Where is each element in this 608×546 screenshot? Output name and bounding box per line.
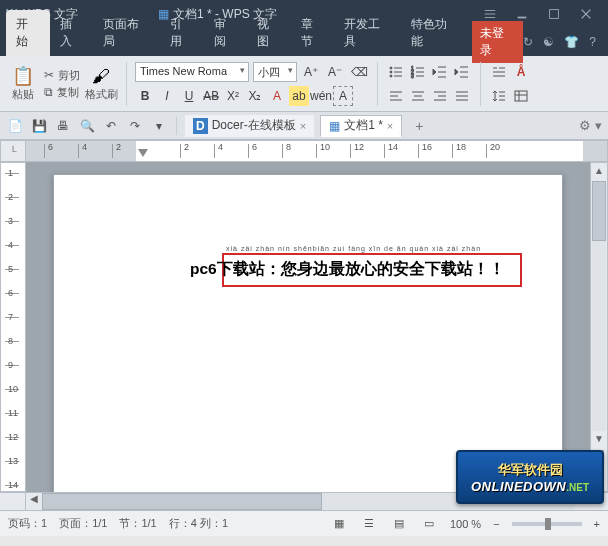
- font-color-button[interactable]: A: [267, 86, 287, 106]
- indent-decrease-button[interactable]: [430, 62, 450, 82]
- font-size-select[interactable]: 小四: [253, 62, 297, 82]
- tab-devtools[interactable]: 开发工具: [334, 10, 401, 56]
- h-scroll-thumb[interactable]: [42, 493, 322, 510]
- text-direction-button[interactable]: Å: [511, 62, 531, 82]
- new-doc-icon[interactable]: 📄: [6, 117, 24, 135]
- page-canvas[interactable]: xià zài zhàn nín shēnbiān zuì fàng xīn d…: [26, 162, 590, 492]
- doc-icon: ▦: [329, 119, 340, 133]
- doc1-tab[interactable]: ▦ 文档1 * ×: [320, 115, 402, 137]
- zoom-out-button[interactable]: −: [493, 518, 499, 530]
- align-left-button[interactable]: [386, 86, 406, 106]
- bold-button[interactable]: B: [135, 86, 155, 106]
- print-icon[interactable]: 🖶: [54, 117, 72, 135]
- subscript-button[interactable]: X₂: [245, 86, 265, 106]
- save-icon[interactable]: 💾: [30, 117, 48, 135]
- zoom-label[interactable]: 100 %: [450, 518, 481, 530]
- docer-close-icon[interactable]: ×: [300, 120, 306, 132]
- tab-review[interactable]: 审阅: [204, 10, 248, 56]
- clear-format-button[interactable]: ⌫: [349, 62, 369, 82]
- skin-icon[interactable]: ☯: [543, 35, 554, 49]
- qat-dropdown[interactable]: ▾: [150, 117, 168, 135]
- view-outline-button[interactable]: ☰: [360, 515, 378, 533]
- svg-rect-7: [515, 91, 527, 101]
- zoom-slider[interactable]: [512, 522, 582, 526]
- status-page-number: 页码：1: [8, 516, 47, 531]
- horizontal-ruler[interactable]: 6 4 2 2 4 6 8 10 12 14 16 18 20: [26, 140, 608, 162]
- docer-tab[interactable]: D Docer-在线模板 ×: [185, 115, 314, 137]
- tab-view[interactable]: 视图: [247, 10, 291, 56]
- paste-icon: 📋: [12, 65, 34, 87]
- new-tab-button[interactable]: +: [408, 115, 430, 137]
- grow-font-button[interactable]: A⁺: [301, 62, 321, 82]
- zoom-knob[interactable]: [545, 518, 551, 530]
- view-print-layout-button[interactable]: ▦: [330, 515, 348, 533]
- vertical-scrollbar[interactable]: ▲ ▼ ≪ ○ ≫: [590, 162, 608, 492]
- line-spacing-button[interactable]: [489, 86, 509, 106]
- left-indent-marker[interactable]: [138, 149, 148, 159]
- highlight-button[interactable]: ab: [289, 86, 309, 106]
- align-right-button[interactable]: [430, 86, 450, 106]
- sync-icon[interactable]: ↻: [523, 35, 533, 49]
- shading-button[interactable]: [511, 86, 531, 106]
- zoom-in-button[interactable]: +: [594, 518, 600, 530]
- ruler-corner[interactable]: └: [0, 140, 26, 162]
- tab-page-layout[interactable]: 页面布局: [93, 10, 160, 56]
- close-button[interactable]: [570, 0, 602, 28]
- horizontal-ruler-row: └ 6 4 2 2 4 6 8 10 12 14 16 18 20: [0, 140, 608, 162]
- view-reading-button[interactable]: ▭: [420, 515, 438, 533]
- tabs-button[interactable]: [489, 62, 509, 82]
- indent-increase-button[interactable]: [452, 62, 472, 82]
- paste-button[interactable]: 📋 粘贴: [6, 65, 40, 102]
- status-section: 节：1/1: [119, 516, 156, 531]
- numbering-button[interactable]: 123: [408, 62, 428, 82]
- vertical-ruler[interactable]: 1 2 3 4 5 6 7 8 9 10 11 12 13 14: [0, 162, 26, 492]
- tab-reference[interactable]: 引用: [160, 10, 204, 56]
- bullets-button[interactable]: [386, 62, 406, 82]
- italic-button[interactable]: I: [157, 86, 177, 106]
- cut-button[interactable]: ✂剪切: [44, 68, 80, 83]
- superscript-button[interactable]: X²: [223, 86, 243, 106]
- tab-start[interactable]: 开始: [6, 10, 50, 56]
- watermark-cn: 华军软件园: [498, 461, 563, 479]
- align-center-button[interactable]: [408, 86, 428, 106]
- copy-icon: ⧉: [44, 85, 53, 99]
- help-icon[interactable]: ?: [589, 35, 596, 49]
- svg-rect-0: [550, 10, 559, 19]
- align-justify-button[interactable]: [452, 86, 472, 106]
- copy-button[interactable]: ⧉复制: [44, 85, 80, 100]
- font-group: Times New Roma 小四 A⁺ A⁻ ⌫ B I U A̶B̶ X² …: [135, 62, 369, 106]
- titlebar-tool-icons: ↻ ☯ 👕 ?: [523, 35, 602, 49]
- pinyin-annotation: xià zài zhàn nín shēnbiān zuì fàng xīn d…: [226, 245, 481, 252]
- undo-icon[interactable]: ↶: [102, 117, 120, 135]
- view-web-button[interactable]: ▤: [390, 515, 408, 533]
- font-name-select[interactable]: Times New Roma: [135, 62, 249, 82]
- tab-settings-icon[interactable]: ⚙ ▾: [579, 118, 602, 133]
- shrink-font-button[interactable]: A⁻: [325, 62, 345, 82]
- tab-insert[interactable]: 插入: [50, 10, 94, 56]
- status-page-count: 页面：1/1: [59, 516, 107, 531]
- tab-features[interactable]: 特色功能: [401, 10, 468, 56]
- doc1-close-icon[interactable]: ×: [387, 120, 393, 132]
- document-page[interactable]: xià zài zhàn nín shēnbiān zuì fàng xīn d…: [53, 174, 563, 492]
- ribbon: 📋 粘贴 ✂剪切 ⧉复制 🖌 格式刷 Times New Roma 小四 A⁺ …: [0, 56, 608, 112]
- maximize-button[interactable]: [538, 0, 570, 28]
- login-button[interactable]: 未登录: [472, 21, 523, 63]
- document-text[interactable]: xià zài zhàn nín shēnbiān zuì fàng xīn d…: [190, 259, 505, 280]
- format-painter-button[interactable]: 🖌 格式刷: [84, 66, 118, 102]
- phonetic-button[interactable]: wén: [311, 86, 331, 106]
- redo-icon[interactable]: ↷: [126, 117, 144, 135]
- scroll-track[interactable]: [592, 181, 606, 431]
- pin-icon[interactable]: 👕: [564, 35, 579, 49]
- scroll-thumb[interactable]: [592, 181, 606, 241]
- tab-chapter[interactable]: 章节: [291, 10, 335, 56]
- char-border-button[interactable]: A: [333, 86, 353, 106]
- onlinedown-watermark: 华军软件园 ONLINEDOWN.NET: [456, 450, 604, 504]
- scroll-up-arrow[interactable]: ▲: [592, 165, 606, 179]
- scroll-down-arrow[interactable]: ▼: [592, 433, 606, 447]
- strike-button[interactable]: A̶B̶: [201, 86, 221, 106]
- underline-button[interactable]: U: [179, 86, 199, 106]
- scroll-left-arrow[interactable]: ◀: [26, 493, 42, 510]
- docer-icon: D: [193, 118, 208, 134]
- print-preview-icon[interactable]: 🔍: [78, 117, 96, 135]
- watermark-net: .NET: [566, 482, 589, 493]
